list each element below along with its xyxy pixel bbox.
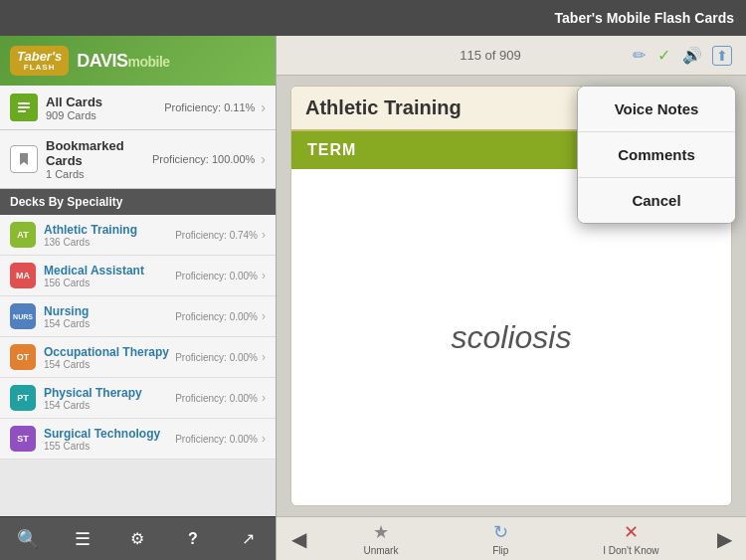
bookmarked-cards-proficiency: Proficiency: 100.00%: [146, 153, 255, 165]
help-icon: ?: [188, 530, 198, 548]
deck-proficiency: Proficiency: 0.00%: [171, 352, 258, 363]
deck-name: Nursing: [44, 304, 171, 318]
bookmark-icon: [10, 145, 38, 173]
share-sidebar-button[interactable]: ↗: [230, 521, 266, 557]
svg-rect-0: [18, 102, 30, 104]
all-cards-count: 909 Cards: [46, 109, 158, 121]
deck-info: Athletic Training 136 Cards: [44, 223, 171, 248]
check-button[interactable]: ✓: [655, 44, 672, 67]
deck-chevron: ›: [262, 432, 266, 446]
deck-badge: OT: [10, 344, 36, 370]
deck-item[interactable]: PT Physical Therapy 154 Cards Proficienc…: [0, 378, 276, 419]
deck-cards: 136 Cards: [44, 237, 171, 248]
help-button[interactable]: ?: [175, 521, 211, 557]
deck-item[interactable]: OT Occupational Therapy 154 Cards Profic…: [0, 337, 276, 378]
bookmarked-cards-name: Bookmarked Cards: [46, 138, 146, 168]
logo-davis-text: DAVISmobile: [77, 51, 169, 72]
deck-name: Occupational Therapy: [44, 345, 171, 359]
dontknow-icon: ✕: [624, 521, 639, 543]
bookmarked-cards-item[interactable]: Bookmarked Cards 1 Cards Proficiency: 10…: [0, 130, 276, 189]
deck-badge: MA: [10, 263, 36, 288]
flip-button[interactable]: ↻ Flip: [482, 519, 518, 558]
sidebar-toolbar: 🔍 ☰ ⚙ ? ↗: [0, 516, 276, 560]
flip-icon: ↻: [493, 521, 508, 543]
unmark-label: Unmark: [363, 545, 398, 556]
sidebar-logo: Taber's FLASH DAVISmobile: [0, 36, 276, 86]
content-top-bar: 115 of 909 ✏ ✓ 🔊 ⬆: [277, 36, 746, 76]
deck-chevron: ›: [262, 309, 266, 323]
search-button[interactable]: 🔍: [10, 521, 46, 557]
deck-info: Nursing 154 Cards: [44, 304, 171, 329]
list-icon: ☰: [75, 528, 91, 550]
deck-proficiency: Proficiency: 0.00%: [171, 311, 258, 322]
deck-chevron: ›: [262, 391, 266, 405]
card-counter: 115 of 909: [350, 48, 631, 63]
deck-name: Surgical Technology: [44, 427, 171, 441]
card-section: All Cards 909 Cards Proficiency: 0.11% ›…: [0, 86, 276, 189]
bookmarked-cards-info: Bookmarked Cards 1 Cards: [46, 138, 146, 180]
list-button[interactable]: ☰: [65, 521, 100, 557]
nav-actions: ★ Unmark ↻ Flip ✕ I Don't Know: [316, 519, 706, 558]
all-cards-name: All Cards: [46, 94, 158, 109]
dropdown-item[interactable]: Comments: [578, 132, 735, 178]
sidebar: Taber's FLASH DAVISmobile All Cards 909 …: [0, 36, 277, 560]
deck-proficiency: Proficiency: 0.00%: [171, 434, 258, 445]
all-cards-icon: [10, 93, 38, 121]
flip-label: Flip: [492, 545, 508, 556]
share-content-button[interactable]: ⬆: [712, 46, 732, 66]
bottom-nav: ◀ ★ Unmark ↻ Flip ✕ I Don't Know ▶: [277, 516, 746, 560]
deck-info: Physical Therapy 154 Cards: [44, 386, 171, 411]
deck-item[interactable]: ST Surgical Technology 155 Cards Profici…: [0, 419, 276, 460]
card-deck-title: Athletic Training: [305, 96, 462, 118]
deck-name: Medical Assistant: [44, 264, 171, 278]
deck-cards: 155 Cards: [44, 441, 171, 452]
search-icon: 🔍: [17, 528, 39, 550]
prev-arrow-button[interactable]: ◀: [280, 521, 316, 557]
dropdown-item[interactable]: Voice Notes: [578, 87, 735, 132]
dropdown-item[interactable]: Cancel: [578, 178, 735, 223]
deck-cards: 156 Cards: [44, 278, 171, 288]
deck-item[interactable]: NURS Nursing 154 Cards Proficiency: 0.00…: [0, 296, 276, 337]
bookmarked-cards-count: 1 Cards: [46, 168, 146, 180]
deck-chevron: ›: [262, 269, 266, 282]
deck-list: AT Athletic Training 136 Cards Proficien…: [0, 215, 276, 516]
deck-name: Athletic Training: [44, 223, 171, 237]
deck-cards: 154 Cards: [44, 359, 171, 370]
all-cards-proficiency: Proficiency: 0.11%: [158, 101, 255, 113]
deck-proficiency: Proficiency: 0.74%: [171, 230, 258, 241]
settings-button[interactable]: ⚙: [119, 521, 155, 557]
logo-taber-text: Taber's: [17, 50, 62, 63]
deck-badge: AT: [10, 222, 36, 248]
pencil-button[interactable]: ✏: [631, 44, 648, 67]
deck-proficiency: Proficiency: 0.00%: [171, 393, 258, 404]
content-area: 115 of 909 ✏ ✓ 🔊 ⬆ Athletic Training TER…: [277, 36, 746, 560]
dontknow-button[interactable]: ✕ I Don't Know: [593, 519, 668, 558]
deck-chevron: ›: [262, 228, 266, 242]
deck-info: Surgical Technology 155 Cards: [44, 427, 171, 452]
logo-flash-text: FLASH: [24, 63, 56, 72]
all-cards-info: All Cards 909 Cards: [46, 94, 158, 121]
unmark-button[interactable]: ★ Unmark: [353, 519, 408, 558]
deck-item[interactable]: MA Medical Assistant 156 Cards Proficien…: [0, 256, 276, 296]
all-cards-item[interactable]: All Cards 909 Cards Proficiency: 0.11% ›: [0, 86, 276, 130]
deck-item[interactable]: AT Athletic Training 136 Cards Proficien…: [0, 215, 276, 256]
all-cards-chevron: ›: [261, 99, 266, 115]
main-layout: Taber's FLASH DAVISmobile All Cards 909 …: [0, 36, 746, 560]
deck-proficiency: Proficiency: 0.00%: [171, 271, 258, 281]
deck-name: Physical Therapy: [44, 386, 171, 400]
deck-badge: NURS: [10, 303, 36, 329]
bookmarked-cards-chevron: ›: [261, 151, 266, 167]
speaker-button[interactable]: 🔊: [680, 44, 704, 67]
dropdown-menu: Voice NotesCommentsCancel: [577, 86, 736, 224]
dontknow-label: I Don't Know: [603, 545, 658, 556]
share-icon: ↗: [242, 529, 255, 548]
top-header: Taber's Mobile Flash Cards: [0, 0, 746, 36]
settings-icon: ⚙: [130, 529, 144, 548]
next-arrow-button[interactable]: ▶: [706, 521, 742, 557]
decks-header: Decks By Speciality: [0, 189, 276, 215]
svg-rect-2: [18, 110, 26, 112]
logo-taber: Taber's FLASH: [10, 46, 69, 76]
deck-info: Medical Assistant 156 Cards: [44, 264, 171, 288]
deck-badge: PT: [10, 385, 36, 411]
top-icons: ✏ ✓ 🔊 ⬆: [631, 44, 732, 67]
